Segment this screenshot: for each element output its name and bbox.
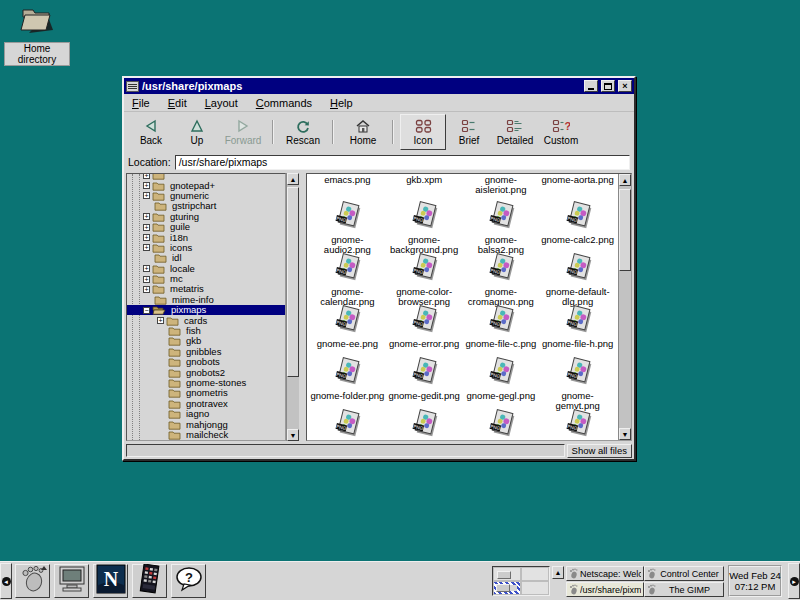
file-icon-unnamed[interactable]: PNG — [309, 408, 386, 440]
detailed-button[interactable]: Detailed — [492, 114, 538, 150]
task-button-4[interactable]: The GIMP — [644, 582, 724, 597]
home-directory-desktop-icon[interactable]: Home directory — [4, 4, 70, 67]
file-icon-gnome-aisleriot.png[interactable]: gnome-aisleriot.png — [463, 174, 540, 200]
file-icon-gnome-calendar.png[interactable]: PNGgnome-calendar.png — [309, 252, 386, 304]
panel-splitter[interactable] — [299, 173, 306, 441]
collapse-icon[interactable]: − — [143, 307, 150, 314]
file-icon-unnamed[interactable]: PNG — [539, 408, 616, 440]
icon-button[interactable]: Icon — [400, 114, 446, 150]
home-button[interactable]: Home — [340, 114, 386, 150]
location-input[interactable]: /usr/share/pixmaps — [175, 155, 630, 170]
tree-item-locale[interactable]: +locale — [127, 264, 285, 274]
tree-item-mc[interactable]: +mc — [127, 274, 285, 284]
tasklist-toggle-button[interactable]: ▲ — [552, 566, 564, 579]
keypad-launcher[interactable] — [132, 564, 167, 598]
file-icon-gnome-error.png[interactable]: PNGgnome-error.png — [386, 304, 463, 356]
scroll-down-icon[interactable]: ▼ — [287, 429, 299, 441]
menu-layout[interactable]: Layout — [205, 97, 238, 109]
rescan-button[interactable]: Rescan — [280, 114, 326, 150]
pager-desktop-1[interactable] — [493, 567, 521, 581]
tree-item-pixmaps[interactable]: −pixmaps — [127, 305, 285, 315]
show-all-files-button[interactable]: Show all files — [567, 444, 632, 458]
expand-icon[interactable]: + — [143, 213, 150, 220]
tree-item-idl[interactable]: idl — [127, 253, 285, 263]
file-icon-gnome-gedit.png[interactable]: PNGgnome-gedit.png — [386, 356, 463, 408]
tree-item-gnobots[interactable]: gnobots — [127, 357, 285, 367]
expand-icon[interactable]: + — [143, 173, 150, 179]
file-icon-emacs.png[interactable]: emacs.png — [309, 174, 386, 200]
file-icon-gnome-file-c.png[interactable]: PNGgnome-file-c.png — [463, 304, 540, 356]
file-icon-gnome-background.png[interactable]: PNGgnome-background.png — [386, 200, 463, 252]
tree-item-cards[interactable]: +cards — [127, 315, 285, 325]
file-icon-gnome-color-browser.png[interactable]: PNGgnome-color-browser.png — [386, 252, 463, 304]
expand-icon[interactable]: + — [143, 182, 150, 189]
back-button[interactable]: Back — [128, 114, 174, 150]
tree-scrollbar[interactable]: ▲ ▼ — [286, 173, 299, 441]
desk-guide-pager[interactable] — [492, 566, 550, 596]
pager-desktop-2[interactable] — [521, 567, 549, 581]
task-button-3[interactable]: /usr/share/pixm... — [566, 582, 644, 597]
scroll-up-icon[interactable]: ▲ — [287, 173, 299, 185]
tree-item-gstripchart[interactable]: gstripchart — [127, 201, 285, 211]
main-menu-launcher[interactable] — [15, 564, 50, 598]
expand-icon[interactable]: + — [143, 192, 150, 199]
file-icon-gnome-cromagnon.png[interactable]: PNGgnome-cromagnon.png — [463, 252, 540, 304]
file-icon-gnome-folder.png[interactable]: PNGgnome-folder.png — [309, 356, 386, 408]
expand-icon[interactable]: + — [143, 276, 150, 283]
file-icon-unnamed[interactable]: PNG — [463, 408, 540, 440]
file-icon-gnome-file-h.png[interactable]: PNGgnome-file-h.png — [539, 304, 616, 356]
close-button[interactable]: × — [618, 80, 632, 92]
tree-item-i18n[interactable]: +i18n — [127, 232, 285, 242]
expand-icon[interactable]: + — [143, 265, 150, 272]
file-icon-gnome-balsa2.png[interactable]: PNGgnome-balsa2.png — [463, 200, 540, 252]
file-icon-gnome-gemvt.png[interactable]: PNGgnome-gemvt.png — [539, 356, 616, 408]
expand-icon[interactable]: + — [143, 286, 150, 293]
task-button-1[interactable]: Netscape: Welc... — [566, 566, 644, 581]
file-icon-gnome-gegl.png[interactable]: PNGgnome-gegl.png — [463, 356, 540, 408]
panel-hide-right-button[interactable]: ▸ — [788, 563, 800, 599]
brief-button[interactable]: Brief — [446, 114, 492, 150]
window-menu-icon[interactable] — [126, 81, 139, 92]
scroll-down-icon[interactable]: ▼ — [619, 428, 631, 440]
expand-icon[interactable]: + — [157, 317, 164, 324]
file-icon-gnome-ee.png[interactable]: PNGgnome-ee.png — [309, 304, 386, 356]
file-image-icon: PNG — [332, 305, 362, 339]
tree-item-icons[interactable]: +icons — [127, 243, 285, 253]
up-icon — [189, 118, 205, 134]
expand-icon[interactable]: + — [143, 224, 150, 231]
maximize-button[interactable] — [601, 80, 615, 92]
titlebar[interactable]: /usr/share/pixmaps × — [124, 78, 634, 94]
pager-desktop-3-active[interactable] — [493, 581, 521, 595]
file-icon-gkb.xpm[interactable]: gkb.xpm — [386, 174, 463, 200]
tree-item-mime-info[interactable]: mime-info — [127, 295, 285, 305]
file-icon-gnome-aorta.png[interactable]: gnome-aorta.png — [539, 174, 616, 200]
tree-item-fish[interactable]: fish — [127, 326, 285, 336]
forward-button[interactable]: Forward — [220, 114, 266, 150]
tree-item-mailcheck[interactable]: mailcheck — [127, 430, 285, 440]
file-icon-gnome-audio2.png[interactable]: PNGgnome-audio2.png — [309, 200, 386, 252]
tree-item-guile[interactable]: +guile — [127, 222, 285, 232]
task-button-2[interactable]: Control Center — [644, 566, 724, 581]
menu-edit[interactable]: Edit — [168, 97, 187, 109]
file-icon-gnome-default-dlg.png[interactable]: PNGgnome-default-dlg.png — [539, 252, 616, 304]
expand-icon[interactable]: + — [143, 234, 150, 241]
tree-item-iagno[interactable]: iagno — [127, 409, 285, 419]
scroll-up-icon[interactable]: ▲ — [619, 174, 631, 186]
menu-file[interactable]: File — [132, 97, 150, 109]
panel-hide-left-button[interactable]: ◂ — [0, 563, 12, 599]
expand-icon[interactable]: + — [143, 244, 150, 251]
pager-desktop-4[interactable] — [521, 581, 549, 595]
file-icon-unnamed[interactable]: PNG — [386, 408, 463, 440]
tree-item-gturing[interactable]: +gturing — [127, 212, 285, 222]
menu-help[interactable]: Help — [330, 97, 353, 109]
up-button[interactable]: Up — [174, 114, 220, 150]
minimize-button[interactable] — [584, 80, 598, 92]
iconview-scrollbar[interactable]: ▲ ▼ — [618, 174, 631, 440]
netscape-launcher[interactable]: N — [93, 564, 128, 598]
file-icon-gnome-calc2.png[interactable]: PNGgnome-calc2.png — [539, 200, 616, 252]
clock-applet[interactable]: Wed Feb 24 07:12 PM — [728, 565, 782, 597]
menu-commands[interactable]: Commands — [256, 97, 312, 109]
terminal-launcher[interactable] — [54, 564, 89, 598]
help-launcher[interactable]: ? — [171, 564, 206, 598]
custom-button[interactable]: ?Custom — [538, 114, 584, 150]
